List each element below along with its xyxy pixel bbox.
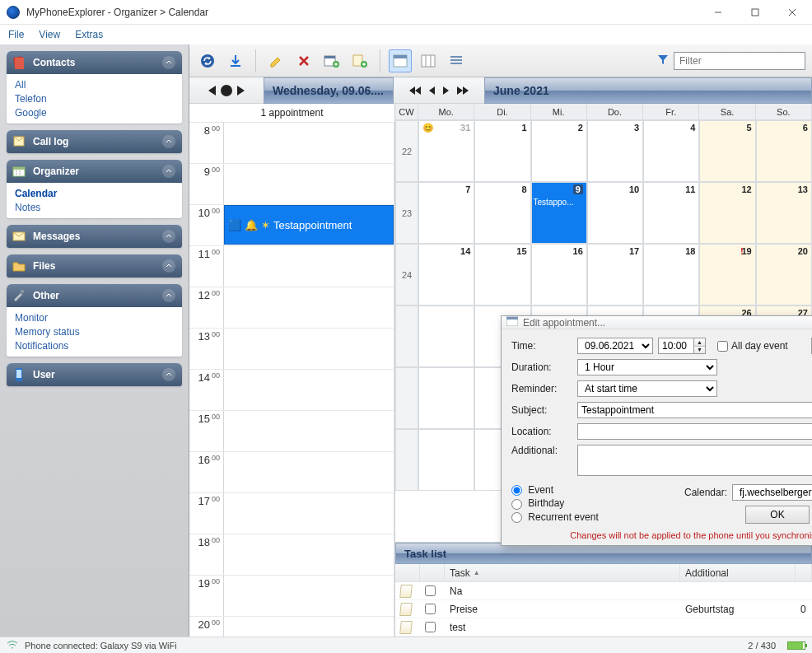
month-day-cell[interactable]: 12 (699, 182, 755, 244)
location-input[interactable] (577, 423, 812, 440)
month-day-cell[interactable]: 20 (756, 244, 812, 306)
radio-recurrent-event[interactable]: Recurrent event (511, 511, 599, 523)
menu-extras[interactable]: Extras (75, 29, 103, 40)
month-day-cell[interactable]: 5 (699, 120, 755, 182)
month-day-cell[interactable]: 31😊 (418, 120, 474, 182)
month-day-cell[interactable]: 13 (756, 182, 812, 244)
panel-head-user[interactable]: User (7, 363, 182, 386)
ok-button[interactable]: OK (745, 506, 810, 524)
task-row[interactable]: Preise Geburtstag 0 (395, 600, 812, 618)
delete-button[interactable] (292, 49, 315, 72)
view-list-button[interactable] (445, 49, 468, 72)
month-day-cell[interactable]: 14 (418, 244, 474, 306)
next-month-button[interactable] (443, 86, 449, 95)
next-year-button[interactable] (457, 86, 463, 95)
view-week-button[interactable] (417, 49, 440, 72)
month-day-cell[interactable]: 10 (587, 182, 643, 244)
month-day-cell[interactable]: 9Testappo... (531, 182, 587, 244)
prev-day-button[interactable] (208, 86, 216, 96)
task-col-name[interactable]: Task (450, 567, 470, 579)
month-day-cell[interactable]: 16 (531, 244, 587, 306)
filter-input[interactable] (674, 52, 805, 70)
month-day-cell[interactable]: 18 (643, 244, 699, 306)
panel-head-contacts[interactable]: Contacts (7, 51, 182, 74)
day-timeline[interactable]: 8009001000 🟦 🔔 ✶ Testappointment11001200… (189, 123, 394, 637)
radio-birthday[interactable]: Birthday (511, 497, 599, 509)
panel-contacts: Contacts AllTelefonGoogle (7, 51, 182, 124)
prev-month-button[interactable] (429, 86, 435, 95)
maximize-button[interactable] (736, 1, 773, 24)
sidebar-item-google[interactable]: Google (15, 107, 174, 119)
panel-messages: Messages (7, 225, 182, 248)
month-day-cell[interactable]: 4 (643, 120, 699, 182)
date-select[interactable]: 09.06.2021 (577, 338, 653, 354)
radio-event[interactable]: Event (511, 484, 599, 496)
sidebar-item-telefon[interactable]: Telefon (15, 93, 174, 105)
month-day-cell[interactable]: 15 (474, 244, 530, 306)
task-checkbox[interactable] (425, 585, 436, 596)
panel-head-other[interactable]: Other (7, 284, 182, 307)
close-button[interactable] (773, 1, 810, 24)
month-day-cell[interactable]: 3 (587, 120, 643, 182)
new-appointment-button[interactable] (320, 49, 343, 72)
panel-head-messages[interactable]: Messages (7, 225, 182, 248)
sync-button[interactable] (196, 49, 219, 72)
month-day-cell[interactable]: 19! (699, 244, 755, 306)
menu-view[interactable]: View (39, 29, 60, 40)
additional-textarea[interactable] (577, 445, 812, 476)
svg-rect-9 (16, 370, 21, 378)
new-task-button[interactable] (348, 49, 371, 72)
menu-file[interactable]: File (8, 29, 24, 40)
sidebar-item-monitor[interactable]: Monitor (15, 312, 174, 324)
month-day-cell[interactable]: 17 (587, 244, 643, 306)
download-button[interactable] (224, 49, 247, 72)
task-checkbox[interactable] (425, 604, 436, 614)
sidebar-item-calendar[interactable]: Calendar (15, 188, 174, 199)
filter-icon[interactable] (657, 54, 669, 68)
edit-button[interactable] (264, 49, 287, 72)
panel-head-files[interactable]: Files (7, 254, 182, 278)
time-input[interactable] (658, 338, 694, 354)
panel-head-organizer[interactable]: Organizer (7, 160, 182, 183)
panel-head-calllog[interactable]: Call log (7, 130, 182, 153)
allday-checkbox[interactable] (717, 341, 728, 352)
month-day-cell[interactable]: 11 (643, 182, 699, 244)
month-day-cell[interactable] (418, 367, 474, 429)
prev-year-button[interactable] (409, 86, 415, 95)
menu-bar: File View Extras (0, 25, 812, 44)
location-label: Location: (511, 426, 571, 437)
time-spinner[interactable]: ▲▼ (694, 338, 706, 354)
month-day-cell[interactable]: 1 (474, 120, 530, 182)
today-button[interactable] (221, 85, 232, 96)
duration-select[interactable]: 1 Hour (577, 359, 717, 375)
view-day-button[interactable] (389, 49, 412, 72)
next-day-button[interactable] (237, 86, 245, 96)
task-list-columns[interactable]: Task ▲ Additional (395, 564, 812, 582)
calendar-header: Wednesday, 09.06.... June 2021 (189, 77, 812, 104)
task-col-additional[interactable]: Additional (680, 564, 796, 581)
dow-header: Mo. (418, 104, 474, 119)
minimize-button[interactable] (699, 1, 736, 24)
sidebar-item-notes[interactable]: Notes (15, 202, 174, 213)
subject-input[interactable] (577, 402, 812, 418)
calendar-select[interactable]: fj.wechselberger@gmail (732, 484, 812, 501)
task-row[interactable]: test (395, 618, 812, 637)
month-day-cell[interactable] (418, 429, 474, 491)
task-row[interactable]: Na (395, 582, 812, 600)
month-day-cell[interactable]: 7 (418, 182, 474, 244)
status-bar: Phone connected: Galaxy S9 via WiFi 2 / … (0, 637, 812, 653)
month-day-cell[interactable]: 2 (531, 120, 587, 182)
next-year-button2[interactable] (463, 86, 469, 95)
sidebar-item-all[interactable]: All (15, 79, 174, 91)
month-day-cell[interactable]: 8 (474, 182, 530, 244)
prev-year-button2[interactable] (415, 86, 421, 95)
task-checkbox[interactable] (425, 622, 436, 632)
month-day-cell[interactable] (418, 306, 474, 367)
month-event-label[interactable]: Testappo... (534, 198, 574, 207)
month-dow-header: CWMo.Di.Mi.Do.Fr.Sa.So. (395, 104, 812, 120)
appointment-block[interactable]: 🟦 🔔 ✶ Testappointment (224, 205, 394, 245)
sidebar-item-memory-status[interactable]: Memory status (15, 326, 174, 338)
month-day-cell[interactable]: 6 (756, 120, 812, 182)
reminder-select[interactable]: At start time (577, 380, 717, 397)
sidebar-item-notifications[interactable]: Notifications (15, 340, 174, 352)
